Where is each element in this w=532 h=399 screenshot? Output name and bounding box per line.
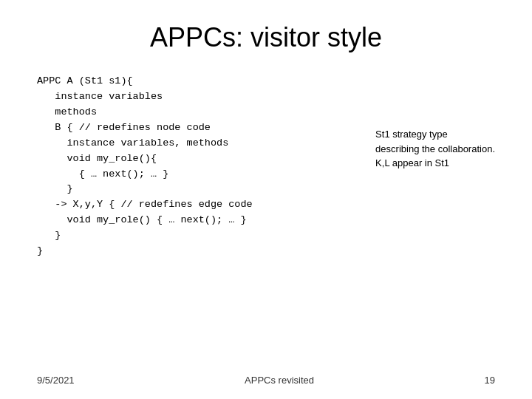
slide: APPCs: visitor style APPC A (St1 s1){ in…	[0, 0, 532, 399]
annotation-line3: K,L appear in St1	[375, 157, 449, 168]
slide-title: APPCs: visitor style	[37, 22, 495, 53]
footer-page: 19	[485, 375, 495, 386]
annotation-line2: describing the collaboration.	[375, 143, 495, 154]
annotation: St1 strategy type describing the collabo…	[375, 127, 495, 171]
footer-title: APPCs revisited	[245, 375, 314, 386]
code-block: APPC A (St1 s1){ instance variables meth…	[37, 74, 361, 259]
annotation-line1: St1 strategy type	[375, 129, 448, 140]
content-area: APPC A (St1 s1){ instance variables meth…	[37, 74, 495, 259]
footer: 9/5/2021 APPCs revisited 19	[0, 375, 532, 386]
footer-date: 9/5/2021	[37, 375, 75, 386]
